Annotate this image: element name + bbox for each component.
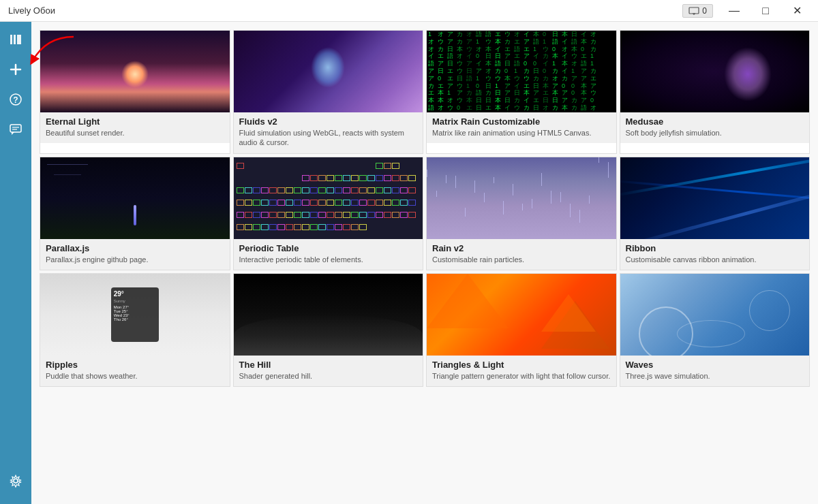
sidebar-bottom — [3, 469, 28, 499]
card-thumbnail — [427, 274, 616, 356]
svg-rect-0 — [689, 7, 699, 14]
card-info: Parallax.js Parallax.js engine github pa… — [40, 239, 230, 270]
wallpaper-card-ripples[interactable]: 29° Sunny Mon 27° Tue 25° Wed 23° Thu 26… — [40, 273, 230, 387]
monitor-icon — [688, 7, 699, 15]
card-title: Fluids v2 — [239, 116, 418, 127]
card-info: Rain v2 Customisable rain particles. — [427, 239, 616, 270]
card-thumbnail — [620, 157, 810, 239]
app-title: Lively Обои — [8, 5, 55, 16]
card-description: Beautiful sunset render. — [46, 128, 224, 138]
card-description: Matrix like rain animation using HTML5 C… — [432, 128, 611, 138]
minimize-button[interactable]: — — [718, 0, 750, 22]
card-title: Parallax.js — [46, 243, 224, 253]
card-thumbnail — [234, 31, 423, 112]
svg-point-13 — [14, 479, 18, 483]
card-title: Rain v2 — [432, 243, 611, 253]
card-title: Waves — [626, 360, 804, 370]
card-title: Triangles & Light — [432, 360, 611, 370]
card-description: Customisable canvas ribbon animation. — [626, 255, 804, 264]
card-thumbnail: 1オオイ語アアカエ本語カオウカエア日0エ本本オカアア日語日エエア1オウ1カカ本オ… — [427, 31, 616, 112]
card-description: Triangle pattern generator with light th… — [432, 371, 611, 381]
card-thumbnail — [234, 274, 423, 356]
wallpaper-card-eternal-light[interactable]: Eternal Light Beautiful sunset render. — [40, 30, 230, 154]
wallpaper-card-waves[interactable]: Waves Three.js wave simulation. — [620, 273, 811, 387]
card-thumbnail — [427, 157, 616, 239]
card-info: Matrix Rain Customizable Matrix like rai… — [427, 112, 616, 143]
svg-rect-5 — [17, 35, 21, 44]
card-info: Triangles & Light Triangle pattern gener… — [427, 356, 616, 386]
app-body: ? — [0, 22, 818, 504]
card-thumbnail — [234, 157, 423, 239]
title-bar: Lively Обои 0 — □ ✕ — [0, 0, 818, 22]
card-description: Customisable rain particles. — [432, 255, 611, 264]
wallpaper-card-triangles-light[interactable]: Triangles & Light Triangle pattern gener… — [426, 273, 617, 387]
sidebar-top: ? — [3, 27, 28, 469]
card-thumbnail — [620, 274, 810, 356]
card-info: Periodic Table Interactive periodic tabl… — [234, 239, 423, 270]
wallpaper-card-ribbon[interactable]: Ribbon Customisable canvas ribbon animat… — [620, 157, 811, 270]
card-description: Parallax.js engine github page. — [46, 255, 224, 264]
chat-icon — [9, 123, 22, 136]
wallpaper-card-rain-v2[interactable]: Rain v2 Customisable rain particles. — [426, 157, 617, 270]
card-description: Puddle that shows weather. — [46, 371, 224, 381]
card-thumbnail — [40, 157, 230, 239]
library-icon — [9, 33, 22, 46]
card-title: Periodic Table — [239, 243, 418, 253]
sidebar-item-settings[interactable] — [3, 469, 28, 493]
card-info: Medusae Soft body jellyfish simulation. — [620, 112, 810, 143]
card-title: Ripples — [46, 360, 224, 370]
card-thumbnail: 29° Sunny Mon 27° Tue 25° Wed 23° Thu 26… — [40, 274, 230, 356]
sidebar-item-add[interactable] — [3, 57, 28, 82]
svg-rect-4 — [14, 35, 16, 44]
card-info: The Hill Shader generated hill. — [234, 356, 423, 386]
card-title: Eternal Light — [46, 116, 224, 127]
card-info: Waves Three.js wave simulation. — [620, 356, 810, 386]
card-info: Eternal Light Beautiful sunset render. — [40, 112, 230, 143]
svg-text:?: ? — [13, 95, 18, 105]
wallpaper-card-the-hill[interactable]: The Hill Shader generated hill. — [233, 273, 424, 387]
wallpaper-card-periodic-table[interactable]: Periodic Table Interactive periodic tabl… — [233, 157, 424, 270]
content-area[interactable]: Eternal Light Beautiful sunset render. F… — [31, 22, 818, 504]
card-info: Ribbon Customisable canvas ribbon animat… — [620, 239, 810, 270]
close-button[interactable]: ✕ — [781, 0, 813, 22]
card-title: Ribbon — [626, 243, 804, 253]
card-title: The Hill — [239, 360, 418, 370]
card-description: Fluid simulation using WebGL, reacts wit… — [239, 128, 418, 148]
window-controls: 0 — □ ✕ — [682, 0, 813, 22]
card-thumbnail — [40, 31, 230, 112]
card-info: Fluids v2 Fluid simulation using WebGL, … — [234, 112, 423, 153]
sidebar-item-help[interactable]: ? — [3, 87, 28, 112]
sidebar: ? — [0, 22, 31, 504]
monitor-badge[interactable]: 0 — [682, 4, 713, 18]
card-description: Three.js wave simulation. — [626, 371, 804, 381]
help-icon: ? — [9, 93, 22, 106]
wallpaper-card-medusae[interactable]: Medusae Soft body jellyfish simulation. — [620, 30, 811, 154]
svg-rect-10 — [10, 125, 21, 132]
card-title: Matrix Rain Customizable — [432, 116, 611, 127]
card-description: Soft body jellyfish simulation. — [626, 128, 804, 138]
card-title: Medusae — [626, 116, 804, 127]
wallpaper-card-fluids-v2[interactable]: Fluids v2 Fluid simulation using WebGL, … — [233, 30, 424, 154]
card-description: Shader generated hill. — [239, 371, 418, 381]
card-info: Ripples Puddle that shows weather. — [40, 356, 230, 386]
wallpaper-card-parallax-js[interactable]: Parallax.js Parallax.js engine github pa… — [40, 157, 230, 270]
wallpaper-card-matrix-rain[interactable]: 1オオイ語アアカエ本語カオウカエア日0エ本本オカアア日語日エエア1オウ1カカ本オ… — [426, 30, 617, 154]
monitor-count: 0 — [702, 6, 707, 16]
svg-rect-3 — [10, 35, 12, 44]
sidebar-item-chat[interactable] — [3, 117, 28, 142]
wallpaper-grid: Eternal Light Beautiful sunset render. F… — [40, 30, 810, 387]
add-icon — [9, 63, 22, 76]
card-thumbnail — [620, 31, 810, 112]
maximize-button[interactable]: □ — [750, 0, 781, 22]
settings-icon — [9, 474, 22, 488]
card-description: Interactive periodic table of elements. — [239, 255, 418, 264]
sidebar-item-library[interactable] — [3, 27, 28, 52]
